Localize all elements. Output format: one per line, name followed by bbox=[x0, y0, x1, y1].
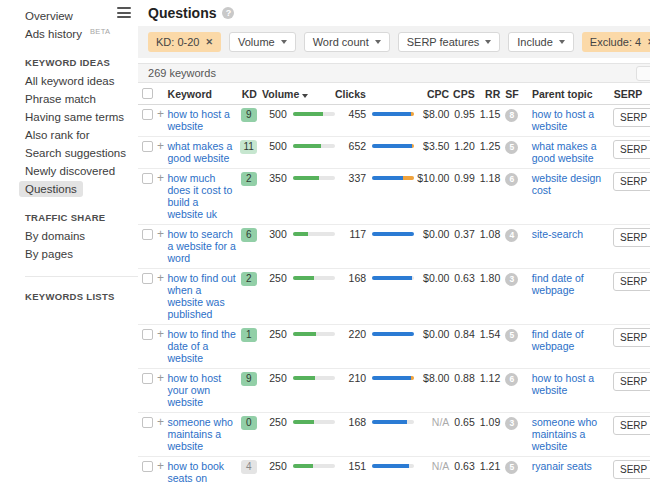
volume-value: 250 bbox=[261, 328, 286, 340]
kd-badge: 9 bbox=[241, 372, 257, 386]
column-header-keyword[interactable]: Keyword bbox=[168, 88, 237, 100]
parent-topic-link[interactable]: find date of webpage bbox=[532, 328, 584, 352]
serp-button[interactable]: SERP bbox=[613, 460, 650, 479]
filter-chip-word-count[interactable]: Word count bbox=[304, 32, 390, 52]
keyword-link[interactable]: someone who maintains a website bbox=[167, 416, 232, 452]
add-to-list-icon[interactable]: + bbox=[157, 327, 164, 341]
sidebar-item-newly-discovered[interactable]: Newly discovered bbox=[0, 162, 138, 180]
serp-features-badge: 3 bbox=[505, 417, 518, 430]
kd-badge: 2 bbox=[241, 172, 257, 186]
parent-topic-link[interactable]: site-search bbox=[532, 228, 583, 240]
chip-close-icon[interactable]: ✕ bbox=[205, 37, 213, 47]
row-checkbox[interactable] bbox=[142, 461, 153, 472]
serp-button[interactable]: SERP bbox=[613, 172, 650, 191]
add-to-list-icon[interactable]: + bbox=[157, 371, 164, 385]
filter-chip-exclude-4[interactable]: Exclude: 4✕ bbox=[582, 32, 650, 52]
serp-button[interactable]: SERP bbox=[613, 372, 650, 391]
keyword-link[interactable]: how to book seats on ryanair website bbox=[167, 460, 224, 486]
keyword-link[interactable]: how to host a website bbox=[167, 108, 229, 132]
filter-chip-serp-features[interactable]: SERP features bbox=[398, 32, 501, 52]
add-to-list-icon[interactable]: + bbox=[157, 139, 164, 153]
parent-topic-link[interactable]: how to host a website bbox=[532, 108, 594, 132]
filter-chip-kd-0-20[interactable]: KD: 0-20✕ bbox=[148, 32, 221, 52]
add-to-list-icon[interactable]: + bbox=[157, 271, 164, 285]
add-to-list-icon[interactable]: + bbox=[157, 415, 164, 429]
parent-topic-link[interactable]: ryanair seats bbox=[532, 460, 592, 472]
sidebar-item-also-rank-for[interactable]: Also rank for bbox=[0, 126, 138, 144]
cps-value: 0.65 bbox=[449, 416, 474, 428]
add-to-list-icon[interactable]: + bbox=[157, 171, 164, 185]
sidebar-item-ads-history[interactable]: Ads historyBETA bbox=[0, 25, 138, 43]
cps-value: 0.84 bbox=[449, 328, 474, 340]
row-checkbox[interactable] bbox=[142, 273, 153, 284]
sidebar-item-all-keyword-ideas[interactable]: All keyword ideas bbox=[0, 72, 138, 90]
serp-button[interactable]: SERP bbox=[613, 272, 650, 291]
add-to-list-icon[interactable]: + bbox=[157, 107, 164, 121]
filter-chip-volume[interactable]: Volume bbox=[229, 32, 296, 52]
volume-value: 250 bbox=[261, 272, 286, 284]
row-checkbox[interactable] bbox=[142, 109, 153, 120]
cps-value: 1.20 bbox=[449, 140, 474, 152]
clicks-value: 210 bbox=[335, 372, 366, 384]
cps-value: 0.99 bbox=[449, 172, 474, 184]
column-header-cpc[interactable]: CPC bbox=[414, 88, 449, 100]
serp-button[interactable]: SERP bbox=[613, 328, 650, 347]
keyword-link[interactable]: how much does it cost to build a website… bbox=[167, 172, 232, 220]
row-checkbox[interactable] bbox=[142, 329, 153, 340]
sidebar-section-title-keywords-lists: KEYWORDS LISTS bbox=[0, 277, 138, 306]
sidebar-item-by-pages[interactable]: By pages bbox=[0, 245, 138, 263]
parent-topic-link[interactable]: how to host a website bbox=[532, 372, 594, 396]
keyword-link[interactable]: how to search a website for a word bbox=[167, 228, 235, 264]
rr-value: 1.09 bbox=[475, 416, 500, 428]
row-checkbox[interactable] bbox=[142, 373, 153, 384]
rr-value: 1.80 bbox=[475, 272, 500, 284]
serp-button[interactable]: SERP bbox=[613, 228, 650, 247]
parent-topic-link[interactable]: what makes a good website bbox=[532, 140, 597, 164]
serp-button[interactable]: SERP bbox=[613, 140, 650, 159]
keyword-link[interactable]: how to find out when a website was publi… bbox=[167, 272, 235, 320]
table-row: + someone who maintains a website 0 250 … bbox=[138, 413, 650, 457]
sidebar-item-phrase-match[interactable]: Phrase match bbox=[0, 90, 138, 108]
sidebar-item-having-same-terms[interactable]: Having same terms bbox=[0, 108, 138, 126]
column-header-rr[interactable]: RR bbox=[475, 88, 501, 100]
column-header-serp: SERP bbox=[611, 88, 650, 100]
count-bar-edge-button[interactable] bbox=[636, 66, 650, 81]
menu-icon[interactable] bbox=[117, 7, 131, 18]
parent-topic-link[interactable]: website design cost bbox=[532, 172, 601, 196]
select-all-checkbox[interactable] bbox=[142, 88, 153, 99]
column-header-volume[interactable]: Volume bbox=[262, 88, 335, 100]
column-header-cps[interactable]: CPS bbox=[449, 88, 475, 100]
keyword-link[interactable]: how to find the date of a website bbox=[167, 328, 235, 364]
column-header-parent-topic[interactable]: Parent topic bbox=[524, 88, 611, 100]
add-to-list-icon[interactable]: + bbox=[157, 459, 164, 473]
sidebar-item-questions[interactable]: Questions bbox=[0, 180, 138, 198]
sidebar-item-by-domains[interactable]: By domains bbox=[0, 227, 138, 245]
column-header-sf[interactable]: SF bbox=[500, 88, 524, 100]
chevron-down-icon bbox=[559, 40, 565, 44]
sidebar-item-search-suggestions[interactable]: Search suggestions bbox=[0, 144, 138, 162]
rr-value: 1.25 bbox=[475, 140, 500, 152]
volume-bar bbox=[293, 232, 335, 236]
row-checkbox[interactable] bbox=[142, 229, 153, 240]
keyword-link[interactable]: what makes a good website bbox=[167, 140, 232, 164]
row-checkbox[interactable] bbox=[142, 141, 153, 152]
volume-bar bbox=[293, 420, 335, 424]
parent-topic-link[interactable]: find date of webpage bbox=[532, 272, 584, 296]
serp-button[interactable]: SERP bbox=[613, 416, 650, 435]
row-checkbox[interactable] bbox=[142, 173, 153, 184]
help-icon[interactable]: ? bbox=[222, 7, 234, 19]
parent-topic-link[interactable]: someone who maintains a website bbox=[532, 416, 597, 452]
sidebar-section-title-keyword-ideas: KEYWORD IDEAS bbox=[0, 43, 138, 72]
row-checkbox[interactable] bbox=[142, 417, 153, 428]
kd-badge: 9 bbox=[241, 108, 257, 122]
table-row: + how to search a website for a word 6 3… bbox=[138, 225, 650, 269]
serp-button[interactable]: SERP bbox=[613, 108, 650, 127]
column-header-kd[interactable]: KD bbox=[237, 88, 263, 100]
rr-value: 1.54 bbox=[475, 328, 500, 340]
column-header-clicks[interactable]: Clicks bbox=[335, 88, 414, 100]
clicks-bar bbox=[372, 420, 414, 424]
add-to-list-icon[interactable]: + bbox=[157, 227, 164, 241]
keyword-link[interactable]: how to host your own website bbox=[167, 372, 221, 408]
clicks-value: 151 bbox=[335, 460, 366, 472]
filter-chip-include[interactable]: Include bbox=[508, 32, 573, 52]
